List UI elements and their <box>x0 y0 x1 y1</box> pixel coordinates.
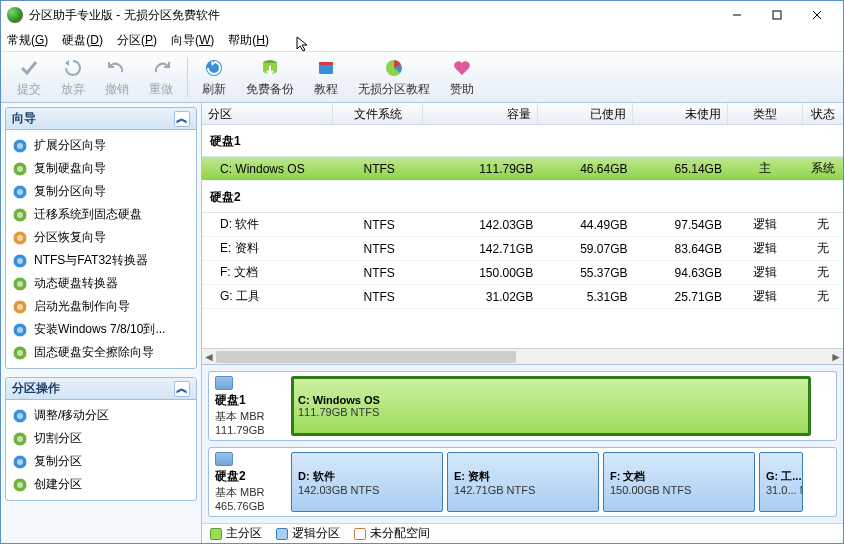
ops-panel: 分区操作︽ 调整/移动分区切割分区复制分区创建分区 <box>5 377 197 501</box>
svg-point-10 <box>17 143 23 149</box>
partition-grid[interactable]: 硬盘1C: Windows OSNTFS111.79GB46.64GB65.14… <box>202 125 843 348</box>
disk-info: 硬盘2基本 MBR465.76GB <box>213 452 285 512</box>
horizontal-scrollbar[interactable]: ◄► <box>202 348 843 364</box>
disk-header: 硬盘1 <box>202 125 843 157</box>
check-icon <box>18 57 40 79</box>
col-fs[interactable]: 文件系统 <box>333 103 422 124</box>
svg-point-18 <box>17 235 23 241</box>
menu-partition[interactable]: 分区(P) <box>117 32 157 49</box>
donate-button[interactable]: 赞助 <box>440 53 484 101</box>
wizard-item[interactable]: 安装Windows 7/8/10到... <box>8 318 194 341</box>
discard-button[interactable]: 放弃 <box>51 53 95 101</box>
partition-box[interactable]: D: 软件142.03GB NTFS <box>291 452 443 512</box>
diskmap-row: 硬盘1基本 MBR111.79GBC: Windows OS111.79GB N… <box>208 371 837 441</box>
ops-icon <box>12 408 28 424</box>
backup-button[interactable]: 免费备份 <box>236 53 304 101</box>
left-sidebar: 向导︽ 扩展分区向导复制硬盘向导复制分区向导迁移系统到固态硬盘分区恢复向导NTF… <box>1 103 202 543</box>
table-row[interactable]: F: 文档NTFS150.00GB55.37GB94.63GB逻辑无 <box>202 261 843 285</box>
disk-header: 硬盘2 <box>202 181 843 213</box>
table-row[interactable]: E: 资料NTFS142.71GB59.07GB83.64GB逻辑无 <box>202 237 843 261</box>
svg-point-28 <box>17 350 23 356</box>
wizard-icon <box>12 253 28 269</box>
wizard-item[interactable]: 复制分区向导 <box>8 180 194 203</box>
wizard-icon <box>12 299 28 315</box>
ops-item[interactable]: 复制分区 <box>8 450 194 473</box>
refresh-button[interactable]: 刷新 <box>192 53 236 101</box>
titlebar: 分区助手专业版 - 无损分区免费软件 <box>1 1 843 29</box>
ops-icon <box>12 477 28 493</box>
lossless-button[interactable]: 无损分区教程 <box>348 53 440 101</box>
ops-item[interactable]: 调整/移动分区 <box>8 404 194 427</box>
ops-icon <box>12 454 28 470</box>
menu-wizard[interactable]: 向导(W) <box>171 32 214 49</box>
wizard-item[interactable]: 扩展分区向导 <box>8 134 194 157</box>
maximize-button[interactable] <box>757 3 797 27</box>
ops-item[interactable]: 创建分区 <box>8 473 194 496</box>
wizard-item[interactable]: 分区恢复向导 <box>8 226 194 249</box>
wizard-icon <box>12 161 28 177</box>
menu-general[interactable]: 常规(G) <box>7 32 48 49</box>
wizard-item[interactable]: 动态硬盘转换器 <box>8 272 194 295</box>
redo-icon <box>150 57 172 79</box>
svg-point-36 <box>17 482 23 488</box>
wizard-item[interactable]: 迁移系统到固态硬盘 <box>8 203 194 226</box>
col-used[interactable]: 已使用 <box>538 103 633 124</box>
logical-swatch <box>276 528 288 540</box>
ops-item[interactable]: 切割分区 <box>8 427 194 450</box>
wizard-panel: 向导︽ 扩展分区向导复制硬盘向导复制分区向导迁移系统到固态硬盘分区恢复向导NTF… <box>5 107 197 369</box>
book-icon <box>315 57 337 79</box>
col-type[interactable]: 类型 <box>728 103 803 124</box>
commit-button[interactable]: 提交 <box>7 53 51 101</box>
svg-point-24 <box>17 304 23 310</box>
partition-box[interactable]: E: 资料142.71GB NTFS <box>447 452 599 512</box>
disk-icon <box>215 376 233 390</box>
partition-box[interactable]: C: Windows OS111.79GB NTFS <box>291 376 811 436</box>
wizard-item[interactable]: 固态硬盘安全擦除向导 <box>8 341 194 364</box>
svg-point-16 <box>17 212 23 218</box>
svg-point-20 <box>17 258 23 264</box>
table-row[interactable]: G: 工具NTFS31.02GB5.31GB25.71GB逻辑无 <box>202 285 843 309</box>
col-free[interactable]: 未使用 <box>633 103 728 124</box>
table-row[interactable]: D: 软件NTFS142.03GB44.49GB97.54GB逻辑无 <box>202 213 843 237</box>
svg-point-12 <box>17 166 23 172</box>
wizard-panel-header[interactable]: 向导︽ <box>6 108 196 130</box>
disk-icon <box>215 452 233 466</box>
table-row[interactable]: C: Windows OSNTFS111.79GB46.64GB65.14GB主… <box>202 157 843 181</box>
col-status[interactable]: 状态 <box>803 103 843 124</box>
grid-header: 分区 文件系统 容量 已使用 未使用 类型 状态 <box>202 103 843 125</box>
menu-help[interactable]: 帮助(H) <box>228 32 269 49</box>
col-capacity[interactable]: 容量 <box>423 103 539 124</box>
wizard-icon <box>12 184 28 200</box>
wizard-item[interactable]: 复制硬盘向导 <box>8 157 194 180</box>
partition-box[interactable]: F: 文档150.00GB NTFS <box>603 452 755 512</box>
heart-icon <box>451 57 473 79</box>
col-partition[interactable]: 分区 <box>202 103 333 124</box>
svg-rect-7 <box>319 62 333 65</box>
partition-box[interactable]: G: 工...31.0... NTFS <box>759 452 803 512</box>
tutorial-button[interactable]: 教程 <box>304 53 348 101</box>
svg-point-30 <box>17 413 23 419</box>
wizard-icon <box>12 276 28 292</box>
ops-icon <box>12 431 28 447</box>
minimize-button[interactable] <box>717 3 757 27</box>
redo-button[interactable]: 重做 <box>139 53 183 101</box>
refresh-icon <box>203 57 225 79</box>
app-icon <box>7 7 23 23</box>
diskmap-row: 硬盘2基本 MBR465.76GBD: 软件142.03GB NTFSE: 资料… <box>208 447 837 517</box>
pie-icon <box>383 57 405 79</box>
svg-point-34 <box>17 459 23 465</box>
svg-point-32 <box>17 436 23 442</box>
menu-disk[interactable]: 硬盘(D) <box>62 32 103 49</box>
wizard-icon <box>12 138 28 154</box>
legend: 主分区 逻辑分区 未分配空间 <box>202 523 843 543</box>
undo-icon <box>106 57 128 79</box>
toolbar: 提交 放弃 撤销 重做 刷新 免费备份 教程 无损分区教程 赞助 <box>1 51 843 103</box>
close-button[interactable] <box>797 3 837 27</box>
svg-point-26 <box>17 327 23 333</box>
ops-panel-header[interactable]: 分区操作︽ <box>6 378 196 400</box>
wizard-item[interactable]: NTFS与FAT32转换器 <box>8 249 194 272</box>
undo-button[interactable]: 撤销 <box>95 53 139 101</box>
wizard-item[interactable]: 启动光盘制作向导 <box>8 295 194 318</box>
primary-swatch <box>210 528 222 540</box>
disk-info: 硬盘1基本 MBR111.79GB <box>213 376 285 436</box>
